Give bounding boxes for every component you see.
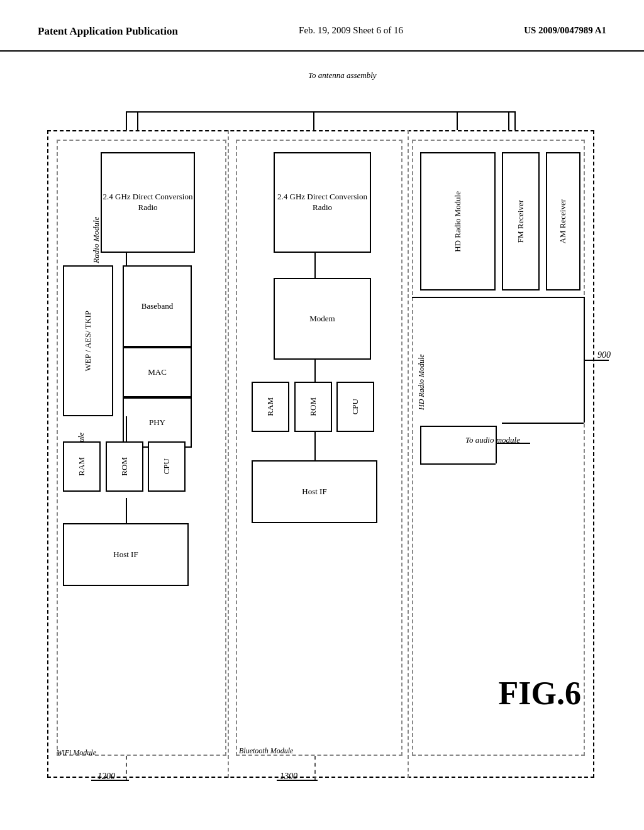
- wifi-rom-box: ROM: [106, 441, 143, 492]
- hd-radio-module-box: HD Radio Module: [420, 152, 496, 290]
- bt-conn-2: [314, 360, 316, 383]
- diagram-area: Bluetooth Module, WiFi Module, HD Radio …: [0, 58, 644, 812]
- ref-900-line-h-top: [502, 297, 584, 298]
- divider-wifi-bt: [228, 130, 229, 778]
- ref-1300-line: [314, 756, 316, 781]
- ref-1300-label: 1300: [280, 772, 297, 782]
- ref-1200-label: 1200: [97, 772, 115, 782]
- bt-ram-box: RAM: [252, 382, 289, 432]
- audio-arrow: [496, 443, 530, 444]
- bt-modem-box: Modem: [274, 278, 371, 360]
- wifi-conn-2: [126, 416, 127, 443]
- audio-bracket-bot: [420, 463, 496, 465]
- header-center: Feb. 19, 2009 Sheet 6 of 16: [299, 25, 403, 36]
- ref-900-line-h-bot: [502, 423, 584, 424]
- bt-conn-3: [314, 253, 316, 279]
- wifi-conn-3: [126, 253, 127, 267]
- am-receiver-box: AM Receiver: [546, 152, 580, 290]
- fig-label: FIG.6: [499, 675, 581, 712]
- wifi-conn-1: [126, 498, 127, 523]
- ref-1200-line: [126, 756, 127, 781]
- wifi-baseband-box: Baseband: [123, 265, 192, 347]
- audio-bracket-top: [420, 426, 496, 427]
- bt-radio-box: 2.4 GHz Direct Conversion Radio: [274, 152, 371, 253]
- bt-conn-1: [314, 432, 316, 460]
- bt-cpu-box: CPU: [336, 382, 374, 432]
- fm-receiver-box: FM Receiver: [502, 152, 540, 290]
- header-left: Patent Application Publication: [38, 25, 178, 38]
- wifi-cpu-box: CPU: [148, 441, 186, 492]
- hd-module-label: HD Radio Module: [417, 354, 426, 410]
- audio-bracket-left: [420, 426, 421, 463]
- bt-module-label: Bluetooth Module: [239, 746, 293, 756]
- antenna-line-2: [313, 111, 314, 130]
- header-right: US 2009/0047989 A1: [524, 25, 606, 36]
- audio-bracket-right: [496, 426, 497, 463]
- bt-host-if-box: Host IF: [252, 460, 377, 523]
- wifi-host-if-box: Host IF: [63, 523, 189, 586]
- wifi-label-bottom: WiFi Module: [57, 748, 96, 758]
- wifi-ram-box: RAM: [63, 441, 101, 492]
- wifi-wep-box: WEP / AES/ TKIP: [63, 265, 113, 416]
- antenna-label: To antenna assembly: [308, 70, 377, 81]
- divider-bt-hd: [408, 130, 409, 778]
- wifi-radio-box: 2.4 GHz Direct Conversion Radio: [101, 152, 195, 253]
- antenna-line-1: [137, 111, 138, 130]
- antenna-line-4: [508, 111, 509, 130]
- antenna-line-3: [457, 111, 458, 130]
- bt-rom-box: ROM: [294, 382, 332, 432]
- ref-900-label: 900: [597, 350, 611, 360]
- page-header: Patent Application Publication Feb. 19, …: [0, 0, 644, 52]
- wifi-phy-box: PHY: [123, 397, 192, 448]
- wifi-mac-box: MAC: [123, 347, 192, 397]
